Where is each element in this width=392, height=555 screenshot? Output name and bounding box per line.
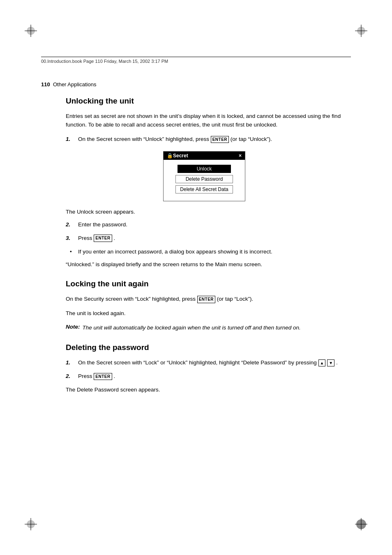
section3-heading: Deleting the password — [66, 343, 343, 352]
step1-text: On the Secret screen with “Unlock” highl… — [78, 136, 209, 142]
note-body: The unit will automatically be locked ag… — [83, 324, 301, 332]
section3-step2-text: Press — [78, 373, 92, 379]
dialog-title-bar: 🔒 Secret × — [164, 152, 245, 160]
step2-num: 2. — [66, 221, 78, 229]
step3-num: 3. — [66, 234, 78, 243]
enter-key-1: ENTER — [211, 136, 229, 143]
section2-text1-b: (or tap “Lock”). — [217, 296, 254, 302]
section3-step2-content: Press ENTER . — [78, 372, 343, 381]
section3-step2-num: 2. — [66, 372, 78, 381]
section3-step1-text: On the Secret screen with “Lock” or “Unl… — [78, 359, 317, 366]
section1-heading: Unlocking the unit — [66, 97, 343, 106]
section1-step3: 3. Press ENTER . — [66, 234, 343, 243]
main-content: Unlocking the unit Entries set as secret… — [66, 97, 343, 400]
bullet1-text: If you enter an incorrect password, a di… — [78, 248, 272, 256]
corner-mark-tl — [25, 25, 49, 49]
enter-key-4: ENTER — [94, 373, 112, 380]
secret-dialog: 🔒 Secret × Unlock Delete Password Delete… — [163, 151, 245, 201]
step1-text-b: (or tap “Unlock”). — [231, 136, 272, 142]
section1-bullet1: • If you enter an incorrect password, a … — [66, 248, 343, 256]
section2-heading: Locking the unit again — [66, 279, 343, 288]
section3-step1-content: On the Secret screen with “Lock” or “Unl… — [78, 359, 343, 367]
arrow-down-key: ▼ — [327, 359, 334, 367]
section2-text1: On the Security screen with “Lock” highl… — [66, 295, 343, 304]
header-bar: 00.Introduction.book Page 110 Friday, Ma… — [41, 57, 351, 64]
arrow-up-key: ▲ — [318, 359, 326, 367]
enter-key-2: ENTER — [94, 235, 112, 242]
delete-password-button[interactable]: Delete Password — [175, 175, 233, 183]
section3-step1: 1. On the Secret screen with “Lock” or “… — [66, 359, 343, 367]
section2-text2: The unit is locked again. — [66, 309, 343, 318]
bullet-symbol: • — [70, 248, 78, 256]
section3-step2: 2. Press ENTER . — [66, 372, 343, 381]
section3-step1-num: 1. — [66, 359, 78, 367]
note-label: Note: — [66, 324, 80, 332]
step1-content: On the Secret screen with “Unlock” highl… — [78, 135, 343, 144]
enter-key-3: ENTER — [197, 296, 215, 303]
note-block: Note: The unit will automatically be loc… — [66, 324, 343, 332]
step2-content: Enter the password. — [78, 221, 343, 229]
dialog-close-btn[interactable]: × — [239, 153, 242, 159]
corner-mark-br — [343, 506, 367, 530]
section3-step1-text-b: . — [336, 359, 338, 366]
page-number: 110 — [41, 81, 50, 88]
section2-text1-a: On the Security screen with “Lock” highl… — [66, 296, 196, 302]
section1-step1: 1. On the Secret screen with “Unlock” hi… — [66, 135, 343, 144]
corner-mark-tr — [343, 25, 367, 49]
section3-after: The Delete Password screen appears. — [66, 386, 343, 394]
corner-mark-bl — [25, 506, 49, 530]
header-file-text: 00.Introduction.book Page 110 Friday, Ma… — [41, 59, 168, 64]
chapter-title: Other Applications — [53, 81, 97, 88]
section1-closing: “Unlocked.” is displayed briefly and the… — [66, 260, 343, 269]
after-dialog-note: The Unlock screen appears. — [66, 209, 343, 215]
step1-num: 1. — [66, 135, 78, 144]
step3-text-b: . — [113, 235, 115, 241]
step3-text: Press — [78, 235, 92, 241]
section3-step2-text-b: . — [113, 373, 115, 379]
delete-all-secret-button[interactable]: Delete All Secret Data — [175, 185, 233, 193]
step3-content: Press ENTER . — [78, 234, 343, 243]
dialog-lock-icon: 🔒 — [167, 153, 173, 159]
unlock-button[interactable]: Unlock — [178, 165, 231, 173]
page-container: 00.Introduction.book Page 110 Friday, Ma… — [0, 0, 392, 555]
section1-step2: 2. Enter the password. — [66, 221, 343, 229]
dialog-body: Unlock Delete Password Delete All Secret… — [164, 160, 245, 201]
chapter-header: 110 Other Applications — [41, 81, 96, 88]
dialog-title-text: Secret — [173, 153, 188, 159]
section1-intro: Entries set as secret are not shown in t… — [66, 112, 343, 129]
